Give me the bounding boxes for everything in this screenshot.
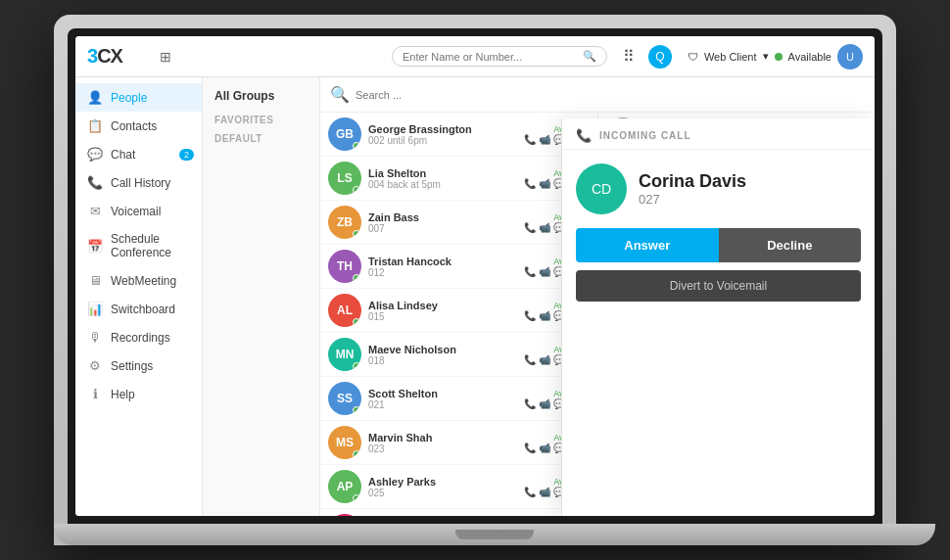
- contact-info: Tristan Hancock 012: [368, 256, 517, 278]
- caller-avatar: CD: [576, 163, 627, 214]
- contact-avatar: SS: [328, 382, 361, 415]
- contact-item[interactable]: AL Alisa Lindsey 015 Available 📞 📹 💬 ☆ ⋮: [320, 289, 597, 333]
- sidebar-item-label: Contacts: [111, 119, 157, 133]
- incoming-caller: CD Corina Davis 027: [562, 150, 875, 228]
- voicemail-icon: ✉: [87, 204, 103, 218]
- chat-icon: 💬: [87, 147, 103, 162]
- call-btn[interactable]: 📞: [524, 487, 536, 497]
- video-btn[interactable]: 📹: [539, 310, 550, 321]
- call-btn[interactable]: 📞: [524, 222, 536, 233]
- call-btn[interactable]: 📞: [524, 178, 536, 189]
- call-history-icon: 📞: [87, 175, 103, 190]
- search-icon: 🔍: [583, 50, 596, 63]
- sidebar-item-label: Help: [111, 388, 135, 401]
- contact-info: Zain Bass 007: [368, 211, 517, 234]
- panel-section-default[interactable]: DEFAULT: [203, 129, 319, 148]
- contact-ext: 002 until 6pm: [368, 135, 517, 146]
- contact-info: Scott Shelton 021: [368, 388, 517, 410]
- contacts-search[interactable]: 🔍: [320, 77, 875, 113]
- contact-item[interactable]: MN Maeve Nicholson 018 Available 📞 📹 💬 ☆…: [320, 333, 597, 377]
- video-btn[interactable]: 📹: [539, 178, 550, 189]
- video-btn[interactable]: 📹: [539, 398, 550, 409]
- status-indicator: [775, 51, 783, 63]
- sidebar-item-label: Chat: [111, 148, 135, 162]
- global-search-input[interactable]: [403, 51, 583, 63]
- incoming-call-header: 📞 INCOMING CALL: [562, 118, 875, 150]
- sidebar-item-recordings[interactable]: 🎙 Recordings: [75, 323, 202, 351]
- contact-info: George Brassington 002 until 6pm: [368, 123, 517, 146]
- contact-item[interactable]: LS Lia Shelton 004 back at 5pm Available…: [320, 157, 597, 201]
- sidebar-item-settings[interactable]: ⚙ Settings: [75, 351, 202, 380]
- sidebar-item-help[interactable]: ℹ Help: [75, 380, 202, 408]
- contact-item[interactable]: MS Marvin Shah 023 Available 📞 📹 💬 ☆ ⋮: [320, 421, 597, 465]
- sidebar-item-schedule[interactable]: 📅 Schedule Conference: [75, 225, 202, 266]
- voicemail-button[interactable]: Divert to Voicemail: [576, 270, 861, 302]
- contact-ext: 004 back at 5pm: [368, 179, 517, 190]
- grid-icon[interactable]: ⊞: [160, 49, 171, 65]
- apps-icon[interactable]: ⠿: [623, 47, 635, 66]
- main-layout: 👤 People 📋 Contacts 💬 Chat 2: [75, 77, 875, 516]
- contact-item[interactable]: AP Ashley Parks 025 Available 📞 📹 💬 ☆ ⋮: [320, 465, 597, 509]
- contact-avatar: MS: [328, 426, 361, 459]
- contact-name: Tristan Hancock: [368, 256, 517, 267]
- contact-info: Alisa Lindsey 015: [368, 300, 517, 322]
- sidebar-item-switchboard[interactable]: 📊 Switchboard: [75, 295, 202, 323]
- decline-button[interactable]: Decline: [719, 228, 862, 262]
- schedule-icon: 📅: [87, 239, 103, 254]
- contact-avatar: GB: [328, 117, 361, 151]
- call-btn[interactable]: 📞: [524, 354, 536, 365]
- sidebar-item-chat[interactable]: 💬 Chat 2: [75, 140, 202, 168]
- answer-button[interactable]: Answer: [576, 228, 719, 262]
- avatar[interactable]: U: [837, 44, 863, 70]
- sidebar: 👤 People 📋 Contacts 💬 Chat 2: [75, 77, 203, 516]
- sidebar-item-voicemail[interactable]: ✉ Voicemail: [75, 197, 202, 225]
- panel-section-favorites: FAVORITES: [203, 111, 319, 129]
- video-btn[interactable]: 📹: [539, 134, 550, 145]
- contact-item[interactable]: GB George Brassington 002 until 6pm Avai…: [320, 113, 597, 157]
- global-search[interactable]: 🔍: [392, 46, 607, 67]
- call-btn[interactable]: 📞: [524, 266, 536, 277]
- contact-info: Marvin Shah 023: [368, 432, 517, 454]
- user-menu[interactable]: 🛡 Web Client ▾ Available U: [688, 44, 863, 70]
- sidebar-item-label: Settings: [111, 359, 153, 373]
- contact-avatar: AL: [328, 294, 361, 327]
- panel-header[interactable]: All Groups: [203, 85, 319, 111]
- contacts-col-1: GB George Brassington 002 until 6pm Avai…: [320, 113, 598, 516]
- video-btn[interactable]: 📹: [539, 487, 550, 497]
- phone-icon[interactable]: Q: [648, 45, 672, 69]
- topbar: 3CX ⊞ 🔍 ⠿ Q 🛡 Web Client ▾: [75, 36, 875, 77]
- incoming-call-label: INCOMING CALL: [599, 130, 691, 141]
- contact-avatar: AP: [328, 470, 361, 503]
- sidebar-item-people[interactable]: 👤 People: [75, 83, 202, 112]
- sidebar-item-label: Schedule Conference: [111, 232, 190, 259]
- video-btn[interactable]: 📹: [539, 443, 550, 453]
- contact-ext: 025: [368, 488, 517, 498]
- contact-name: Maeve Nicholson: [368, 344, 517, 355]
- contact-name: Marvin Shah: [368, 432, 517, 443]
- video-btn[interactable]: 📹: [539, 266, 550, 277]
- sidebar-item-label: Call History: [111, 176, 170, 190]
- contact-ext: 012: [368, 267, 517, 278]
- contact-item[interactable]: SS Scott Shelton 021 Available 📞 📹 💬 ☆ ⋮: [320, 377, 597, 421]
- sidebar-item-call-history[interactable]: 📞 Call History: [75, 168, 202, 197]
- sidebar-item-webmeeting[interactable]: 🖥 WebMeeting: [75, 266, 202, 295]
- contact-item[interactable]: PR Pauline Richards 027 Open for busines…: [320, 509, 597, 516]
- client-label: Web Client: [704, 51, 757, 63]
- sidebar-item-label: WebMeeting: [111, 274, 176, 288]
- contact-avatar: PR: [328, 514, 361, 516]
- sidebar-item-contacts[interactable]: 📋 Contacts: [75, 112, 202, 140]
- call-btn[interactable]: 📞: [524, 398, 536, 409]
- video-btn[interactable]: 📹: [539, 354, 550, 365]
- contact-ext: 015: [368, 311, 517, 322]
- video-btn[interactable]: 📹: [539, 222, 550, 233]
- call-btn[interactable]: 📞: [524, 134, 536, 145]
- contact-name: Zain Bass: [368, 211, 517, 223]
- contact-item[interactable]: TH Tristan Hancock 012 Available 📞 📹 💬 ☆…: [320, 245, 597, 289]
- contact-item[interactable]: ZB Zain Bass 007 Available 📞 📹 💬 ☆ ⋮: [320, 201, 597, 245]
- contact-avatar: ZB: [328, 206, 361, 239]
- contact-ext: 007: [368, 223, 517, 234]
- call-btn[interactable]: 📞: [524, 310, 536, 321]
- contacts-search-input[interactable]: [356, 89, 865, 101]
- call-btn[interactable]: 📞: [524, 443, 536, 453]
- contact-avatar: LS: [328, 162, 361, 195]
